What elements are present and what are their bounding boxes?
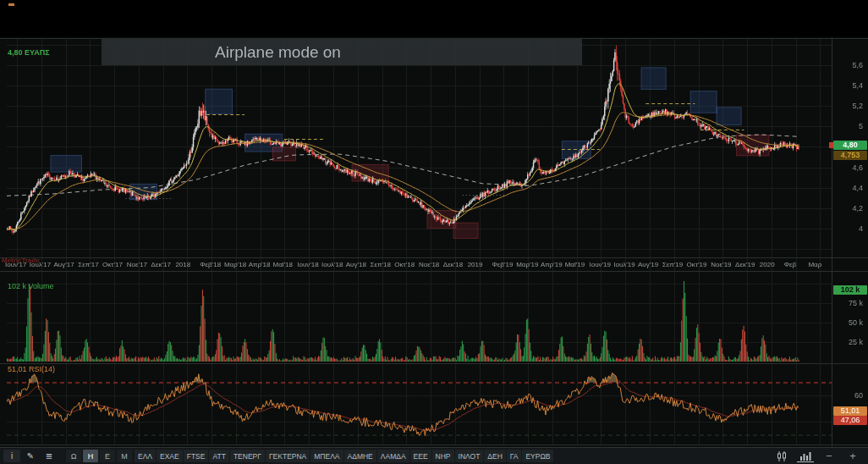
indicators-button[interactable]: ≣ [41,450,58,462]
ticker-tab-ΙΝΛΟΤ[interactable]: ΙΝΛΟΤ [455,450,484,462]
time-axis-label: 2020 [760,261,775,268]
ticker-tab-FTSE[interactable]: FTSE [184,450,209,462]
info-icon: i [11,451,13,461]
volume-axis-label: 75 k [849,299,863,307]
time-axis-label: Οκτ'19 [687,261,707,268]
rsi-ma-value-badge: 47,06 [833,416,867,425]
chart-type-candles-button[interactable] [773,450,790,462]
time-axis-label: Μαρ'18 [224,261,246,268]
zoom-out-button[interactable]: − [821,450,838,462]
ticker-tab-ΕΛΛ[interactable]: ΕΛΛ [135,450,156,462]
rsi-legend[interactable]: 51,01 RSI(14) [8,365,55,373]
time-axis-label: Οκτ'18 [394,261,415,268]
rsi-axis-label: 60 [854,391,863,400]
price-axis-label: 4,2 [852,204,863,213]
price-axis-label: 5 [859,122,863,130]
time-axis-label: Φεβ'18 [200,261,221,268]
pencil-icon: ✎ [27,451,34,461]
status-indicator-icon [8,3,14,6]
volume-axis-label: 50 k [849,318,863,327]
toast-text: Airplane mode on [215,43,341,62]
ticker-tab-ΤΕΝΕΡΓ[interactable]: ΤΕΝΕΡΓ [230,450,265,462]
ticker-tab-ΓΕΚΤΕΡΝΑ[interactable]: ΓΕΚΤΕΡΝΑ [266,450,310,462]
watchlist-tabs: ΕΛΛΕΧΑΕFTSEΑΤΤΤΕΝΕΡΓΓΕΚΤΕΡΝΑΜΠΕΛΑΑΔΜΗΕΛΑ… [134,450,553,462]
time-axis-label: Αυγ'19 [638,261,658,268]
time-axis-label: 2019 [468,261,483,268]
ticker-tab-ΝΗΡ[interactable]: ΝΗΡ [432,450,454,462]
ticker-tab-ΓΑ[interactable]: ΓΑ [507,450,522,462]
time-axis-label: Οκτ'17 [102,261,123,268]
time-axis-label: Μαϊ'19 [565,261,585,268]
status-bar [0,0,868,37]
time-axis-label: Δεκ'19 [735,261,755,268]
price-change-tick-icon [829,142,833,148]
price-axis-label: 4,4 [852,184,863,192]
price-axis-label: 5,4 [852,81,863,90]
timeframe-group: ΩΗΕΜ [66,450,132,462]
time-axis-label: Ιουν'18 [297,261,318,268]
chart-canvas[interactable] [0,37,868,447]
price-axis-label: 4 [859,224,863,233]
time-axis-label: Απρ'19 [541,261,563,268]
price-axis-label: 5,2 [852,102,863,110]
time-axis-label: Αυγ'17 [54,261,74,268]
time-axis-label: Ιουλ'19 [613,261,635,268]
ticker-tab-ΛΑΜΔΑ[interactable]: ΛΑΜΔΑ [377,450,409,462]
bar-chart-icon [800,451,811,461]
price-axis-label: 5,6 [852,61,863,69]
time-axis-label: Δεκ'18 [443,261,463,268]
price-axis-label: 4,6 [852,163,863,172]
time-axis-label: Φεβ [784,261,797,268]
volume-value-badge: 102 k [833,285,867,295]
time-axis-label: Μαϊ'18 [272,261,293,268]
candlestick-chart-icon [777,451,788,461]
ticker-tab-ΑΤΤ[interactable]: ΑΤΤ [209,450,228,462]
time-axis-label: 2018 [175,261,190,268]
timeframe-button-Ε[interactable]: Ε [100,450,115,462]
airplane-mode-toast: Airplane mode on [102,39,582,65]
rsi-value-badge: 51,01 [833,406,867,416]
time-axis-label: Μαρ'19 [516,261,538,268]
timeframe-button-Μ[interactable]: Μ [117,450,132,462]
ticker-tab-ΕΧΑΕ[interactable]: ΕΧΑΕ [157,450,183,462]
info-button[interactable]: i [3,450,20,462]
chart-area[interactable]: 4,80 ΕΥΑΠΣ 102 k Volume 51,01 RSI(14) Me… [0,37,868,447]
drawing-tools-button[interactable]: ✎ [22,450,39,462]
bottom-toolbar: i ✎ ≣ ΩΗΕΜ ΕΛΛΕΧΑΕFTSEΑΤΤΤΕΝΕΡΓΓΕΚΤΕΡΝΑΜ… [0,447,868,464]
time-axis-label: Αυγ'18 [346,261,366,268]
toolbar-right-icons: − + [773,450,861,462]
time-axis-label: Σεπ'19 [662,261,683,268]
ticker-tab-ΑΔΜΗΕ[interactable]: ΑΔΜΗΕ [344,450,376,462]
zoom-in-button[interactable]: + [844,450,861,462]
time-axis-label: Νοε'18 [419,261,439,268]
ticker-tab-ΕΕΕ[interactable]: ΕΕΕ [410,450,431,462]
symbol-legend[interactable]: 4,80 ΕΥΑΠΣ [8,48,50,57]
ticker-tab-ΜΠΕΛΑ[interactable]: ΜΠΕΛΑ [310,450,343,462]
time-axis-label: Ιουν'19 [589,261,610,268]
app-screen: 4,80 ΕΥΑΠΣ 102 k Volume 51,01 RSI(14) Me… [0,0,868,464]
indicators-icon: ≣ [46,451,52,461]
time-axis-label: Νοε'19 [711,261,731,268]
timeframe-button-Ω[interactable]: Ω [66,450,81,462]
time-axis-label: Σεπ'18 [371,261,391,268]
timeframe-button-Η[interactable]: Η [83,450,98,462]
time-axis-label: Νοε'17 [127,261,147,268]
brand-watermark: MetricTrade [2,257,40,264]
volume-style-button[interactable] [797,450,814,462]
time-axis-label: Δεκ'17 [151,261,171,268]
time-axis-label: Απρ'18 [249,261,271,268]
volume-axis-label: 25 k [849,338,863,346]
ma-value-badge: 4,753 [833,151,867,160]
time-axis-label: Σεπ'17 [78,261,98,268]
time-axis-label: Ιουλ'18 [321,261,343,268]
volume-legend[interactable]: 102 k Volume [8,282,54,290]
time-axis-label: Μαρ [808,261,821,268]
ticker-tab-ΔΕΗ[interactable]: ΔΕΗ [484,450,506,462]
time-axis-label: Φεβ'19 [492,261,513,268]
last-price-badge: 4,80 [833,141,867,150]
ticker-tab-ΕΥΡΩΒ[interactable]: ΕΥΡΩΒ [522,450,553,462]
